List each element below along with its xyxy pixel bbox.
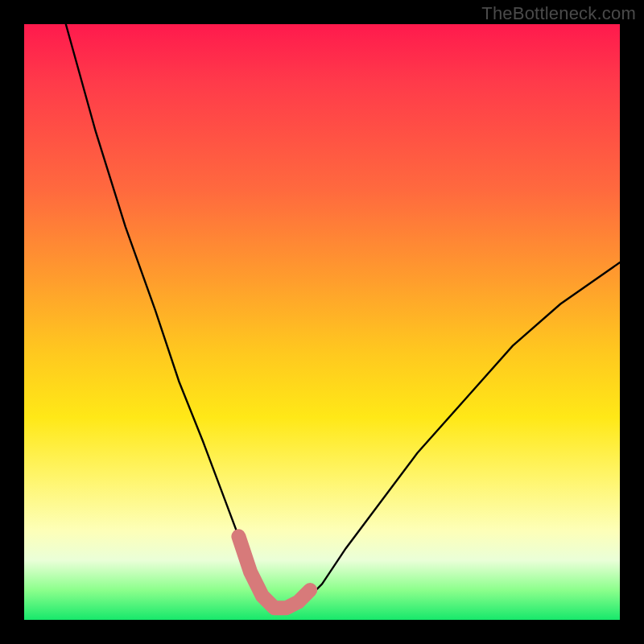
bottleneck-curve (66, 24, 620, 608)
watermark-text: TheBottleneck.com (481, 3, 636, 24)
curve-svg (24, 24, 620, 620)
plot-area (24, 24, 620, 620)
chart-frame: TheBottleneck.com (0, 0, 644, 644)
optimal-band-highlight (238, 536, 310, 608)
